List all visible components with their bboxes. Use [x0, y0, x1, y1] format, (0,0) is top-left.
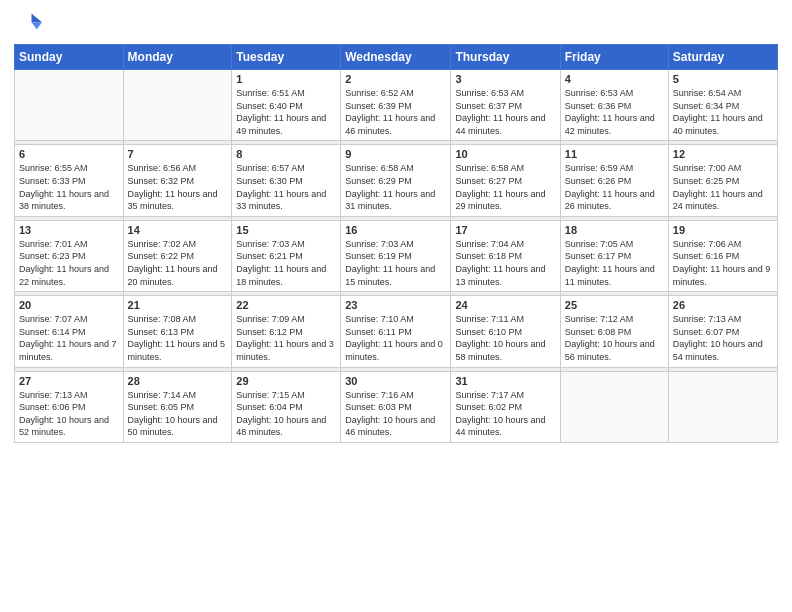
day-number: 3	[455, 73, 555, 85]
day-number: 21	[128, 299, 228, 311]
day-number: 22	[236, 299, 336, 311]
day-info: Sunrise: 6:55 AM Sunset: 6:33 PM Dayligh…	[19, 162, 119, 212]
calendar-cell: 19Sunrise: 7:06 AM Sunset: 6:16 PM Dayli…	[668, 220, 777, 291]
day-info: Sunrise: 7:12 AM Sunset: 6:08 PM Dayligh…	[565, 313, 664, 363]
day-number: 28	[128, 375, 228, 387]
week-row-3: 13Sunrise: 7:01 AM Sunset: 6:23 PM Dayli…	[15, 220, 778, 291]
day-number: 24	[455, 299, 555, 311]
day-info: Sunrise: 6:58 AM Sunset: 6:27 PM Dayligh…	[455, 162, 555, 212]
day-number: 2	[345, 73, 446, 85]
day-info: Sunrise: 7:10 AM Sunset: 6:11 PM Dayligh…	[345, 313, 446, 363]
calendar-cell: 18Sunrise: 7:05 AM Sunset: 6:17 PM Dayli…	[560, 220, 668, 291]
calendar-cell	[123, 70, 232, 141]
calendar-cell: 27Sunrise: 7:13 AM Sunset: 6:06 PM Dayli…	[15, 371, 124, 442]
calendar-cell: 28Sunrise: 7:14 AM Sunset: 6:05 PM Dayli…	[123, 371, 232, 442]
day-number: 11	[565, 148, 664, 160]
calendar-cell: 7Sunrise: 6:56 AM Sunset: 6:32 PM Daylig…	[123, 145, 232, 216]
calendar-cell: 21Sunrise: 7:08 AM Sunset: 6:13 PM Dayli…	[123, 296, 232, 367]
day-info: Sunrise: 7:09 AM Sunset: 6:12 PM Dayligh…	[236, 313, 336, 363]
weekday-header-monday: Monday	[123, 45, 232, 70]
calendar-cell: 5Sunrise: 6:54 AM Sunset: 6:34 PM Daylig…	[668, 70, 777, 141]
svg-marker-0	[32, 14, 43, 23]
day-info: Sunrise: 7:13 AM Sunset: 6:07 PM Dayligh…	[673, 313, 773, 363]
day-number: 20	[19, 299, 119, 311]
week-row-4: 20Sunrise: 7:07 AM Sunset: 6:14 PM Dayli…	[15, 296, 778, 367]
calendar-table: SundayMondayTuesdayWednesdayThursdayFrid…	[14, 44, 778, 443]
weekday-header-saturday: Saturday	[668, 45, 777, 70]
calendar-cell: 22Sunrise: 7:09 AM Sunset: 6:12 PM Dayli…	[232, 296, 341, 367]
day-number: 25	[565, 299, 664, 311]
day-info: Sunrise: 7:13 AM Sunset: 6:06 PM Dayligh…	[19, 389, 119, 439]
day-info: Sunrise: 6:54 AM Sunset: 6:34 PM Dayligh…	[673, 87, 773, 137]
calendar-cell	[668, 371, 777, 442]
svg-marker-1	[32, 22, 43, 29]
calendar-cell: 16Sunrise: 7:03 AM Sunset: 6:19 PM Dayli…	[341, 220, 451, 291]
day-number: 4	[565, 73, 664, 85]
weekday-header-friday: Friday	[560, 45, 668, 70]
calendar-cell: 31Sunrise: 7:17 AM Sunset: 6:02 PM Dayli…	[451, 371, 560, 442]
day-number: 9	[345, 148, 446, 160]
calendar-cell: 6Sunrise: 6:55 AM Sunset: 6:33 PM Daylig…	[15, 145, 124, 216]
weekday-header-thursday: Thursday	[451, 45, 560, 70]
day-info: Sunrise: 7:14 AM Sunset: 6:05 PM Dayligh…	[128, 389, 228, 439]
day-number: 23	[345, 299, 446, 311]
day-number: 16	[345, 224, 446, 236]
day-info: Sunrise: 7:11 AM Sunset: 6:10 PM Dayligh…	[455, 313, 555, 363]
day-info: Sunrise: 6:59 AM Sunset: 6:26 PM Dayligh…	[565, 162, 664, 212]
calendar-cell: 15Sunrise: 7:03 AM Sunset: 6:21 PM Dayli…	[232, 220, 341, 291]
day-info: Sunrise: 7:07 AM Sunset: 6:14 PM Dayligh…	[19, 313, 119, 363]
day-number: 17	[455, 224, 555, 236]
day-number: 7	[128, 148, 228, 160]
calendar-cell: 25Sunrise: 7:12 AM Sunset: 6:08 PM Dayli…	[560, 296, 668, 367]
day-info: Sunrise: 7:03 AM Sunset: 6:21 PM Dayligh…	[236, 238, 336, 288]
week-row-2: 6Sunrise: 6:55 AM Sunset: 6:33 PM Daylig…	[15, 145, 778, 216]
day-info: Sunrise: 7:06 AM Sunset: 6:16 PM Dayligh…	[673, 238, 773, 288]
weekday-header-wednesday: Wednesday	[341, 45, 451, 70]
day-number: 12	[673, 148, 773, 160]
day-number: 26	[673, 299, 773, 311]
calendar-cell	[15, 70, 124, 141]
calendar-cell: 30Sunrise: 7:16 AM Sunset: 6:03 PM Dayli…	[341, 371, 451, 442]
day-info: Sunrise: 7:01 AM Sunset: 6:23 PM Dayligh…	[19, 238, 119, 288]
day-number: 27	[19, 375, 119, 387]
calendar-cell: 23Sunrise: 7:10 AM Sunset: 6:11 PM Dayli…	[341, 296, 451, 367]
calendar-cell	[560, 371, 668, 442]
header-row: SundayMondayTuesdayWednesdayThursdayFrid…	[15, 45, 778, 70]
day-info: Sunrise: 7:15 AM Sunset: 6:04 PM Dayligh…	[236, 389, 336, 439]
day-info: Sunrise: 6:53 AM Sunset: 6:37 PM Dayligh…	[455, 87, 555, 137]
day-info: Sunrise: 7:04 AM Sunset: 6:18 PM Dayligh…	[455, 238, 555, 288]
calendar-cell: 2Sunrise: 6:52 AM Sunset: 6:39 PM Daylig…	[341, 70, 451, 141]
day-number: 6	[19, 148, 119, 160]
calendar-cell: 11Sunrise: 6:59 AM Sunset: 6:26 PM Dayli…	[560, 145, 668, 216]
calendar-cell: 24Sunrise: 7:11 AM Sunset: 6:10 PM Dayli…	[451, 296, 560, 367]
day-number: 18	[565, 224, 664, 236]
day-info: Sunrise: 6:57 AM Sunset: 6:30 PM Dayligh…	[236, 162, 336, 212]
calendar-cell: 9Sunrise: 6:58 AM Sunset: 6:29 PM Daylig…	[341, 145, 451, 216]
calendar-cell: 13Sunrise: 7:01 AM Sunset: 6:23 PM Dayli…	[15, 220, 124, 291]
calendar-cell: 8Sunrise: 6:57 AM Sunset: 6:30 PM Daylig…	[232, 145, 341, 216]
day-info: Sunrise: 7:17 AM Sunset: 6:02 PM Dayligh…	[455, 389, 555, 439]
day-number: 5	[673, 73, 773, 85]
calendar-cell: 12Sunrise: 7:00 AM Sunset: 6:25 PM Dayli…	[668, 145, 777, 216]
day-number: 19	[673, 224, 773, 236]
calendar-cell: 26Sunrise: 7:13 AM Sunset: 6:07 PM Dayli…	[668, 296, 777, 367]
day-info: Sunrise: 6:58 AM Sunset: 6:29 PM Dayligh…	[345, 162, 446, 212]
day-number: 13	[19, 224, 119, 236]
day-info: Sunrise: 7:00 AM Sunset: 6:25 PM Dayligh…	[673, 162, 773, 212]
day-number: 31	[455, 375, 555, 387]
day-info: Sunrise: 7:05 AM Sunset: 6:17 PM Dayligh…	[565, 238, 664, 288]
day-info: Sunrise: 7:03 AM Sunset: 6:19 PM Dayligh…	[345, 238, 446, 288]
day-info: Sunrise: 6:52 AM Sunset: 6:39 PM Dayligh…	[345, 87, 446, 137]
day-info: Sunrise: 6:53 AM Sunset: 6:36 PM Dayligh…	[565, 87, 664, 137]
day-number: 14	[128, 224, 228, 236]
weekday-header-sunday: Sunday	[15, 45, 124, 70]
calendar-cell: 1Sunrise: 6:51 AM Sunset: 6:40 PM Daylig…	[232, 70, 341, 141]
day-number: 15	[236, 224, 336, 236]
calendar-cell: 29Sunrise: 7:15 AM Sunset: 6:04 PM Dayli…	[232, 371, 341, 442]
calendar-cell: 20Sunrise: 7:07 AM Sunset: 6:14 PM Dayli…	[15, 296, 124, 367]
weekday-header-tuesday: Tuesday	[232, 45, 341, 70]
day-info: Sunrise: 7:02 AM Sunset: 6:22 PM Dayligh…	[128, 238, 228, 288]
calendar-cell: 14Sunrise: 7:02 AM Sunset: 6:22 PM Dayli…	[123, 220, 232, 291]
day-number: 29	[236, 375, 336, 387]
week-row-5: 27Sunrise: 7:13 AM Sunset: 6:06 PM Dayli…	[15, 371, 778, 442]
